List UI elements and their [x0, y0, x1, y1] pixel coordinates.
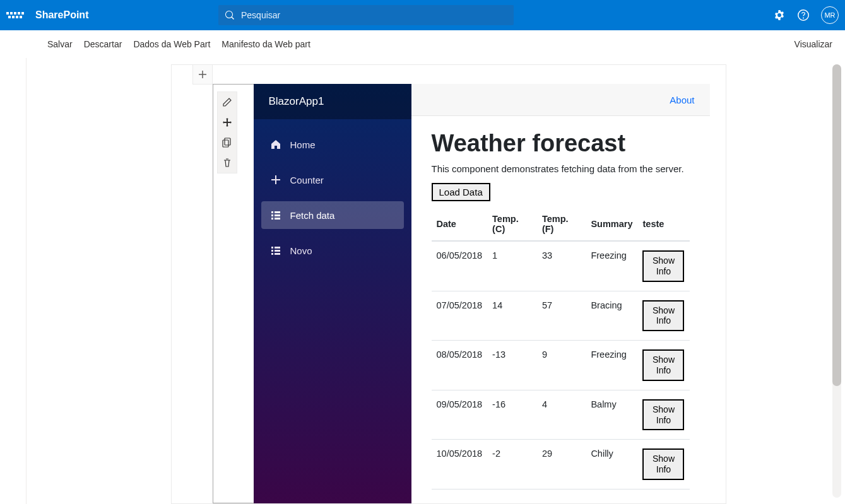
table-row: 06/05/2018133FreezingShow Info [432, 241, 690, 291]
canvas-wrap: BlazorApp1 Home Counter Fetch data [27, 58, 845, 504]
cell-summary: Balmy [586, 390, 637, 440]
show-info-button[interactable]: Show Info [642, 399, 684, 431]
avatar[interactable]: MR [821, 6, 839, 24]
list-icon [270, 209, 281, 221]
cell-summary: Freezing [586, 341, 637, 390]
nav-fetch-data[interactable]: Fetch data [261, 201, 404, 229]
search-box[interactable] [218, 5, 514, 25]
canvas: BlazorApp1 Home Counter Fetch data [171, 64, 726, 504]
cell-date: 09/05/2018 [432, 390, 488, 440]
nav-novo-label: Novo [290, 245, 312, 256]
cell-summary: Chilly [586, 440, 637, 489]
blazor-sidebar: BlazorApp1 Home Counter Fetch data [254, 84, 411, 503]
page-subtitle: This component demonstrates fetching dat… [432, 163, 690, 174]
table-row: 07/05/20181457BracingShow Info [432, 291, 690, 341]
add-section-button[interactable] [192, 64, 213, 85]
nav-home-label: Home [290, 139, 316, 150]
table-row: 09/05/2018-164BalmyShow Info [432, 390, 690, 440]
webpart-data-button[interactable]: Dados da Web Part [133, 39, 210, 49]
discard-button[interactable]: Descartar [84, 39, 122, 49]
show-info-button[interactable]: Show Info [642, 448, 684, 480]
blazor-brand: BlazorApp1 [254, 84, 411, 119]
cell-summary: Bracing [586, 291, 637, 341]
list-icon [270, 245, 281, 256]
cell-date: 06/05/2018 [432, 241, 488, 291]
cell-tempf: 4 [537, 390, 586, 440]
table-row: 10/05/2018-229ChillyShow Info [432, 440, 690, 489]
suite-bar: SharePoint MR [0, 0, 845, 30]
cell-summary: Freezing [586, 241, 637, 291]
th-date: Date [432, 208, 488, 241]
nav-novo[interactable]: Novo [261, 237, 404, 264]
suite-title: SharePoint [35, 9, 88, 21]
app-launcher-icon[interactable] [6, 6, 24, 24]
left-rail [0, 58, 27, 504]
table-row: 08/05/2018-139FreezingShow Info [432, 341, 690, 390]
save-button[interactable]: Salvar [47, 39, 73, 49]
cell-date: 07/05/2018 [432, 291, 488, 341]
cell-date: 10/05/2018 [432, 440, 488, 489]
cell-tempc: 1 [487, 241, 537, 291]
cell-date: 08/05/2018 [432, 341, 488, 390]
blazor-app: BlazorApp1 Home Counter Fetch data [254, 84, 710, 503]
scrollbar[interactable] [832, 64, 841, 498]
cell-tempf: 33 [537, 241, 586, 291]
cell-tempc: -2 [487, 440, 537, 489]
weather-table: Date Temp. (C) Temp. (F) Summary teste 0… [432, 208, 690, 489]
scrollbar-thumb[interactable] [832, 64, 841, 386]
show-info-button[interactable]: Show Info [642, 250, 684, 282]
th-tempc: Temp. (C) [487, 208, 537, 241]
blazor-main: About Weather forecast This component de… [411, 84, 710, 503]
page-title: Weather forecast [432, 130, 690, 157]
gear-icon[interactable] [773, 9, 786, 21]
blazor-topbar: About [411, 84, 710, 116]
command-bar: Salvar Descartar Dados da Web Part Manif… [0, 30, 845, 58]
plus-icon [270, 174, 281, 185]
webpart-manifest-button[interactable]: Manifesto da Web part [222, 39, 310, 49]
cell-tempf: 9 [537, 341, 586, 390]
cell-tempc: 14 [487, 291, 537, 341]
th-tempf: Temp. (F) [537, 208, 586, 241]
cell-tempc: -16 [487, 390, 537, 440]
th-summary: Summary [586, 208, 637, 241]
show-info-button[interactable]: Show Info [642, 349, 684, 381]
nav-home[interactable]: Home [261, 131, 404, 158]
cell-tempf: 29 [537, 440, 586, 489]
main-area: BlazorApp1 Home Counter Fetch data [0, 58, 845, 504]
show-info-button[interactable]: Show Info [642, 300, 684, 332]
load-data-button[interactable]: Load Data [432, 183, 490, 201]
th-teste: teste [637, 208, 689, 241]
nav-fetch-label: Fetch data [290, 210, 335, 221]
cell-tempc: -13 [487, 341, 537, 390]
preview-button[interactable]: Visualizar [795, 39, 832, 49]
search-input[interactable] [241, 10, 507, 20]
search-icon [225, 10, 235, 20]
about-link[interactable]: About [670, 95, 694, 105]
nav-counter[interactable]: Counter [261, 166, 404, 194]
cell-tempf: 57 [537, 291, 586, 341]
help-icon[interactable] [797, 9, 810, 21]
home-icon [270, 139, 281, 150]
nav-counter-label: Counter [290, 175, 324, 185]
